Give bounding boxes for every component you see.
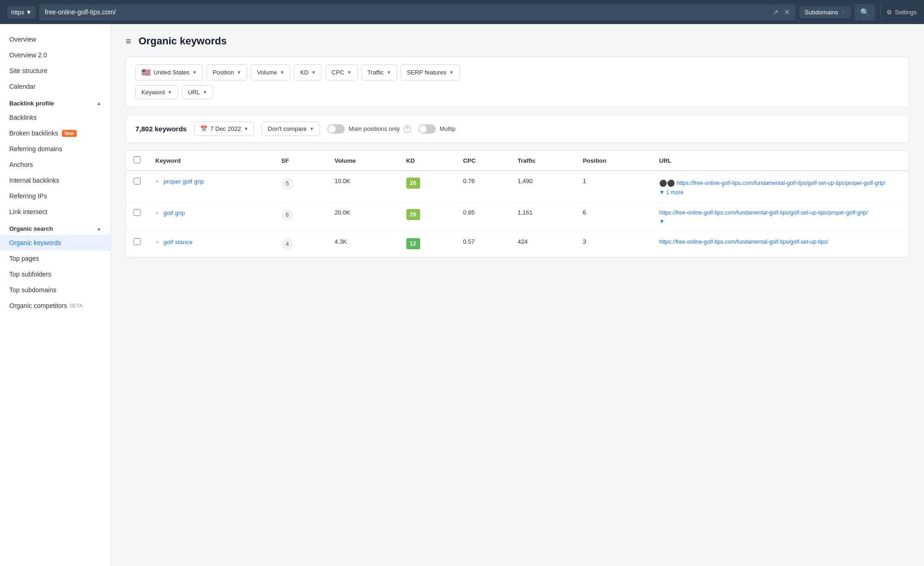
top-bar: https ▼ free-online-golf-tips.com/ ↗ ✕ S… xyxy=(0,0,924,24)
filter-kd[interactable]: KD ▼ xyxy=(294,64,322,80)
kd-chevron-icon: ▼ xyxy=(311,70,316,75)
volume-chevron-icon: ▼ xyxy=(280,70,284,75)
select-all-checkbox[interactable] xyxy=(134,156,141,163)
row-1-url-more-wrapper: ▼ 1 more xyxy=(659,189,901,196)
th-volume: Volume xyxy=(327,151,399,171)
row-1-url-more[interactable]: ▼ 1 more xyxy=(659,189,684,196)
filter-keyword[interactable]: Keyword ▼ xyxy=(135,85,178,99)
main-positions-toggle[interactable] xyxy=(327,124,345,134)
filter-volume[interactable]: Volume ▼ xyxy=(251,64,290,80)
sidebar-item-overview[interactable]: Overview xyxy=(0,31,110,47)
url-icons: ↗ ✕ xyxy=(772,8,790,17)
filter-serp-features[interactable]: SERP features ▼ xyxy=(401,64,460,80)
position-chevron-icon: ▼ xyxy=(237,70,241,75)
row-1-sf-cell: 5 xyxy=(274,171,327,203)
sidebar-item-top-pages[interactable]: Top pages xyxy=(0,251,110,266)
sidebar-item-link-intersect[interactable]: Link intersect xyxy=(0,204,110,220)
row-3-keyword-link[interactable]: golf stance xyxy=(164,239,193,246)
row-3-url-link[interactable]: https://free-online-golf-tips.com/fundam… xyxy=(659,239,828,245)
th-kd: KD xyxy=(399,151,456,171)
row-2-expand-button[interactable]: + xyxy=(155,209,159,216)
filter-country[interactable]: 🇺🇸 United States ▼ xyxy=(135,64,203,80)
sidebar-item-calendar[interactable]: Calendar xyxy=(0,79,110,94)
sidebar-item-referring-ips[interactable]: Referring IPs xyxy=(0,188,110,204)
row-3-url-cell: https://free-online-golf-tips.com/fundam… xyxy=(652,232,909,257)
table-row: + golf grip 6 20.0K 29 0.85 1,161 6 xyxy=(126,203,909,232)
protocol-select[interactable]: https ▼ xyxy=(7,6,36,18)
filter-cpc[interactable]: CPC ▼ xyxy=(325,64,357,80)
serp-chevron-icon: ▼ xyxy=(449,70,454,75)
row-1-expand-button[interactable]: + xyxy=(155,178,159,185)
row-2-kd-cell: 29 xyxy=(399,203,456,232)
row-3-checkbox-cell xyxy=(126,232,148,257)
filter-traffic[interactable]: Traffic ▼ xyxy=(361,64,397,80)
page-header: ≡ Organic keywords xyxy=(126,35,909,47)
row-3-kd-badge: 12 xyxy=(406,238,420,249)
row-2-url-more[interactable]: ▼ xyxy=(659,218,665,225)
multi-toggle-wrapper: Multip xyxy=(418,124,456,134)
gear-icon: ⚙ xyxy=(887,9,892,16)
row-1-keyword-link[interactable]: proper golf grip xyxy=(164,178,204,185)
row-3-expand-button[interactable]: + xyxy=(155,238,159,246)
filter-position-label: Position xyxy=(213,69,234,76)
sidebar-section-backlink-profile[interactable]: Backlink profile ▲ xyxy=(0,94,110,110)
row-1-position-cell: 1 xyxy=(575,171,652,203)
sidebar-item-top-subfolders[interactable]: Top subfolders xyxy=(0,266,110,282)
external-link-icon[interactable]: ↗ xyxy=(772,8,778,17)
calendar-icon: 📅 xyxy=(200,125,208,132)
th-url: URL xyxy=(652,151,909,171)
filter-keyword-label: Keyword xyxy=(141,89,165,96)
main-content: ≡ Organic keywords 🇺🇸 United States ▼ Po… xyxy=(111,24,924,566)
close-icon[interactable]: ✕ xyxy=(784,8,790,17)
row-2-url-more-wrapper: ▼ xyxy=(659,218,901,225)
filters-row-1: 🇺🇸 United States ▼ Position ▼ Volume ▼ K… xyxy=(135,64,900,80)
sidebar-item-anchors[interactable]: Anchors xyxy=(0,157,110,172)
row-3-sf-badge: 4 xyxy=(281,238,294,250)
keyword-count: 7,802 keywords xyxy=(135,125,187,133)
subdomain-chevron-icon: ▼ xyxy=(841,10,845,15)
url-bar: free-online-golf-tips.com/ ↗ ✕ xyxy=(39,4,795,20)
organic-search-label: Organic search xyxy=(9,225,53,232)
settings-label: Settings xyxy=(895,9,917,16)
filters-card: 🇺🇸 United States ▼ Position ▼ Volume ▼ K… xyxy=(126,56,909,107)
sidebar-item-overview-2[interactable]: Overview 2.0 xyxy=(0,47,110,63)
row-2-url-link[interactable]: https://free-online-golf-tips.com/fundam… xyxy=(659,209,868,216)
date-picker-button[interactable]: 📅 7 Dec 2022 ▼ xyxy=(194,122,254,136)
row-2-keyword-link[interactable]: golf grip xyxy=(164,209,185,216)
multi-toggle[interactable] xyxy=(418,124,436,134)
row-1-url-extras: ⚫⚫ https://free-online-golf-tips.com/fun… xyxy=(659,179,901,187)
main-layout: Overview Overview 2.0 Site structure Cal… xyxy=(0,24,924,566)
sidebar-item-internal-backlinks[interactable]: Internal backlinks xyxy=(0,172,110,188)
us-flag-icon: 🇺🇸 xyxy=(141,68,151,77)
main-positions-toggle-wrapper: Main positions only ? xyxy=(327,124,411,134)
main-positions-help-icon[interactable]: ? xyxy=(404,125,411,133)
sidebar-item-site-structure[interactable]: Site structure xyxy=(0,63,110,79)
sidebar-item-organic-keywords[interactable]: Organic keywords xyxy=(0,235,110,251)
search-button[interactable]: 🔍 xyxy=(855,4,875,20)
row-3-keyword-cell: + golf stance xyxy=(148,232,274,257)
th-traffic: Traffic xyxy=(510,151,575,171)
divider xyxy=(881,6,881,18)
filter-cpc-label: CPC xyxy=(331,69,344,76)
sidebar-item-backlinks[interactable]: Backlinks xyxy=(0,110,110,125)
sidebar-item-top-subdomains[interactable]: Top subdomains xyxy=(0,282,110,298)
filter-position[interactable]: Position ▼ xyxy=(207,64,247,80)
subdomain-select[interactable]: Subdomains ▼ xyxy=(799,6,851,18)
compare-button[interactable]: Don't compare ▼ xyxy=(262,122,320,136)
menu-icon[interactable]: ≡ xyxy=(126,36,131,47)
row-1-checkbox[interactable] xyxy=(134,178,141,185)
sidebar-item-broken-backlinks[interactable]: Broken backlinks New xyxy=(0,125,110,141)
cpc-chevron-icon: ▼ xyxy=(347,70,352,75)
backlink-profile-chevron-icon: ▲ xyxy=(97,101,101,106)
sidebar-section-organic-search[interactable]: Organic search ▲ xyxy=(0,220,110,235)
row-2-checkbox[interactable] xyxy=(134,209,141,216)
sidebar-item-organic-competitors[interactable]: Organic competitors BETA xyxy=(0,298,110,314)
sidebar-item-referring-domains[interactable]: Referring domains xyxy=(0,141,110,157)
settings-button[interactable]: ⚙ Settings xyxy=(887,9,917,16)
row-1-kd-badge: 26 xyxy=(406,178,420,189)
row-1-url-link[interactable]: https://free-online-golf-tips.com/fundam… xyxy=(677,180,886,186)
row-2-volume-cell: 20.0K xyxy=(327,203,399,232)
row-1-volume-cell: 10.0K xyxy=(327,171,399,203)
filter-url[interactable]: URL ▼ xyxy=(182,85,213,99)
row-3-checkbox[interactable] xyxy=(134,238,141,245)
